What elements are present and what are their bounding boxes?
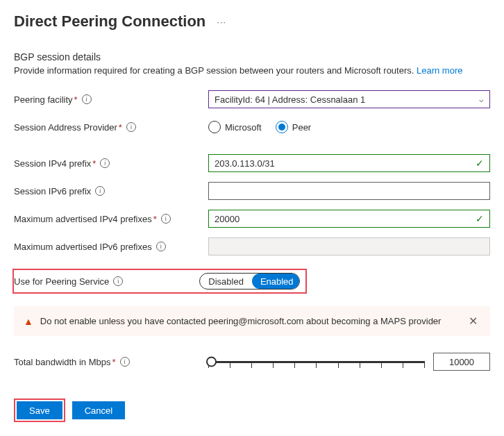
max-ipv4-input[interactable]: 20000 ✓ [208,210,490,228]
radio-icon [276,121,288,133]
peering-facility-select[interactable]: FacilityId: 64 | Address: Cessnalaan 1 ⌵ [208,90,490,108]
check-icon: ✓ [476,158,484,169]
info-icon[interactable]: i [156,242,166,251]
ipv4-prefix-label: Session IPv4 prefix* i [14,158,208,169]
radio-icon [208,121,221,133]
warning-icon: ▲ [24,316,33,327]
info-icon[interactable]: i [100,158,110,168]
chevron-down-icon: ⌵ [479,95,484,104]
max-ipv4-label: Maximum advertised IPv4 prefixes* i [14,214,208,224]
more-actions-button[interactable]: ··· [217,17,226,27]
radio-peer[interactable]: Peer [276,121,311,133]
save-button[interactable]: Save [17,401,62,419]
warning-banner: ▲ Do not enable unless you have contacte… [14,306,490,336]
section-title: BGP session details [14,51,490,62]
info-icon[interactable]: i [113,276,123,286]
peering-service-toggle[interactable]: Disabled Enabled [199,273,300,290]
max-ipv6-input [208,237,490,255]
learn-more-link[interactable]: Learn more [417,65,462,76]
ipv4-prefix-input[interactable]: 203.0.113.0/31 ✓ [208,154,490,172]
ipv6-prefix-input[interactable] [208,182,490,200]
info-icon[interactable]: i [82,94,92,104]
section-description: Provide information required for creatin… [14,65,490,76]
session-provider-label: Session Address Provider* i [14,122,208,133]
peering-service-label: Use for Peering Service i [14,276,199,287]
info-icon[interactable]: i [120,357,130,367]
banner-close-button[interactable]: ✕ [466,315,480,328]
toggle-enabled: Enabled [252,274,300,289]
toggle-disabled: Disabled [200,274,252,289]
slider-thumb[interactable] [206,357,217,367]
save-button-highlight: Save [14,399,65,422]
max-ipv6-label: Maximum advertised IPv6 prefixes i [14,242,208,252]
peering-service-highlight: Use for Peering Service i Disabled Enabl… [12,269,307,294]
bandwidth-label: Total bandwidth in Mbps* i [14,357,208,367]
info-icon[interactable]: i [126,122,136,132]
radio-microsoft[interactable]: Microsoft [208,121,262,133]
bandwidth-input[interactable]: 10000 [433,353,490,371]
peering-facility-label: Peering facility* i [14,94,208,105]
banner-text: Do not enable unless you have contacted … [40,316,466,326]
info-icon[interactable]: i [95,186,105,196]
ipv6-prefix-label: Session IPv6 prefix i [14,186,208,196]
cancel-button[interactable]: Cancel [72,401,125,419]
info-icon[interactable]: i [161,214,171,224]
page-title: Direct Peering Connection [14,12,205,31]
check-icon: ✓ [476,213,484,224]
bandwidth-slider[interactable] [208,355,425,369]
